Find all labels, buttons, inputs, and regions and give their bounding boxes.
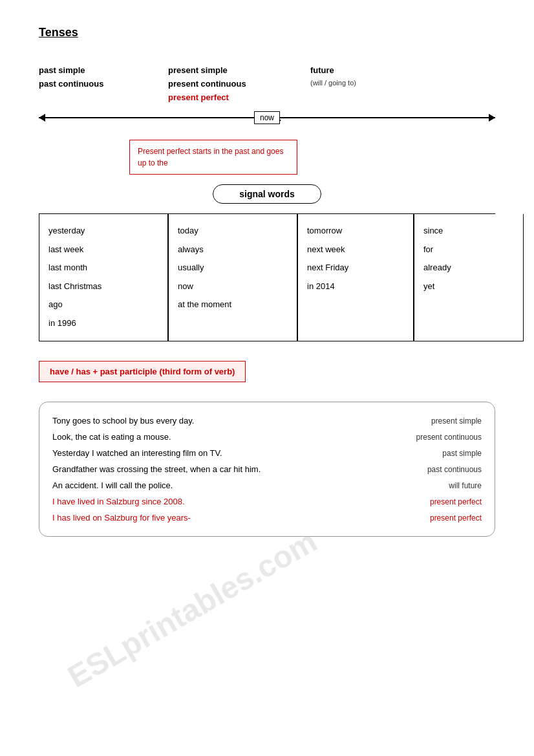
formula-box: have / has + past participle (third form… bbox=[39, 361, 246, 382]
page-title: Tenses bbox=[39, 26, 495, 39]
signal-word: last month bbox=[48, 259, 158, 277]
example-sentence: Tony goes to school by bus every day. bbox=[52, 416, 365, 426]
signal-word: already bbox=[423, 259, 514, 277]
signal-word: next week bbox=[307, 241, 404, 259]
signal-box-present: todayalwaysusuallynowat the moment bbox=[168, 214, 297, 341]
example-tense: past simple bbox=[365, 449, 482, 458]
timeline-section: now bbox=[39, 109, 495, 127]
example-tense: present continuous bbox=[365, 433, 482, 442]
signal-word: always bbox=[178, 241, 288, 259]
present-perfect-note: Present perfect starts in the past and g… bbox=[129, 140, 297, 175]
example-sentence: Yesterday I watched an interesting film … bbox=[52, 448, 365, 458]
signal-word: yesterday bbox=[48, 222, 158, 241]
signal-word: next Friday bbox=[307, 259, 404, 277]
signal-word: usually bbox=[178, 259, 288, 277]
timeline-arrow: now bbox=[39, 109, 495, 127]
watermark: ESLprintables.com bbox=[61, 523, 323, 695]
tense-will-going-to: (will / going to) bbox=[310, 79, 440, 89]
signal-box-past: yesterdaylast weeklast monthlast Christm… bbox=[39, 214, 168, 341]
arrow-left-icon bbox=[39, 114, 45, 122]
signal-word: in 1996 bbox=[48, 314, 158, 333]
example-row: An accident. I will call the police.will… bbox=[52, 477, 482, 493]
signal-word: for bbox=[423, 241, 514, 259]
example-sentence: I have lived in Salzburg since 2008. bbox=[52, 497, 365, 506]
example-row: Look, the cat is eating a mouse.present … bbox=[52, 429, 482, 445]
signal-word: last week bbox=[48, 241, 158, 259]
signal-word: at the moment bbox=[178, 296, 288, 314]
example-sentence: Look, the cat is eating a mouse. bbox=[52, 432, 365, 442]
tense-past-simple: past simple bbox=[39, 65, 168, 75]
example-row: Tony goes to school by bus every day.pre… bbox=[52, 413, 482, 429]
formula-container: have / has + past participle (third form… bbox=[39, 354, 495, 395]
example-tense: present perfect bbox=[365, 513, 482, 523]
example-tense: will future bbox=[365, 481, 482, 490]
example-tense: present perfect bbox=[365, 497, 482, 506]
signal-box-future: tomorrownext weeknext Fridayin 2014 bbox=[297, 214, 414, 341]
now-box: now bbox=[254, 111, 280, 124]
tense-present-continuous: present continuous bbox=[168, 79, 310, 89]
example-sentence: I has lived on Salzburg for five years- bbox=[52, 513, 365, 523]
tense-present-simple: present simple bbox=[168, 65, 310, 75]
example-sentence: Grandfather was crossing the street, whe… bbox=[52, 464, 365, 474]
arrow-right-icon bbox=[489, 114, 495, 122]
example-row: I has lived on Salzburg for five years-p… bbox=[52, 510, 482, 526]
example-row: Yesterday I watched an interesting film … bbox=[52, 445, 482, 461]
signal-word: last Christmas bbox=[48, 277, 158, 296]
tense-present-perfect: present perfect bbox=[168, 92, 310, 102]
examples-box: Tony goes to school by bus every day.pre… bbox=[39, 402, 495, 537]
tense-past-continuous: past continuous bbox=[39, 79, 168, 89]
example-row: I have lived in Salzburg since 2008.pres… bbox=[52, 493, 482, 510]
tense-future: future bbox=[310, 65, 440, 75]
signal-words-oval: signal words bbox=[213, 184, 321, 204]
signal-word: ago bbox=[48, 296, 158, 314]
signal-words-container: signal words bbox=[39, 184, 495, 204]
example-sentence: An accident. I will call the police. bbox=[52, 481, 365, 490]
example-tense: present simple bbox=[365, 416, 482, 426]
signal-word: today bbox=[178, 222, 288, 241]
signal-word: in 2014 bbox=[307, 277, 404, 296]
example-tense: past continuous bbox=[365, 465, 482, 474]
signal-boxes: yesterdaylast weeklast monthlast Christm… bbox=[39, 213, 495, 341]
signal-word: since bbox=[423, 222, 514, 241]
signal-word: tomorrow bbox=[307, 222, 404, 241]
signal-word: yet bbox=[423, 277, 514, 296]
tenses-grid: past simple present simple future past c… bbox=[39, 65, 495, 102]
signal-word: now bbox=[178, 277, 288, 296]
signal-box-perfect: sinceforalreadyyet bbox=[414, 214, 524, 341]
example-row: Grandfather was crossing the street, whe… bbox=[52, 461, 482, 477]
